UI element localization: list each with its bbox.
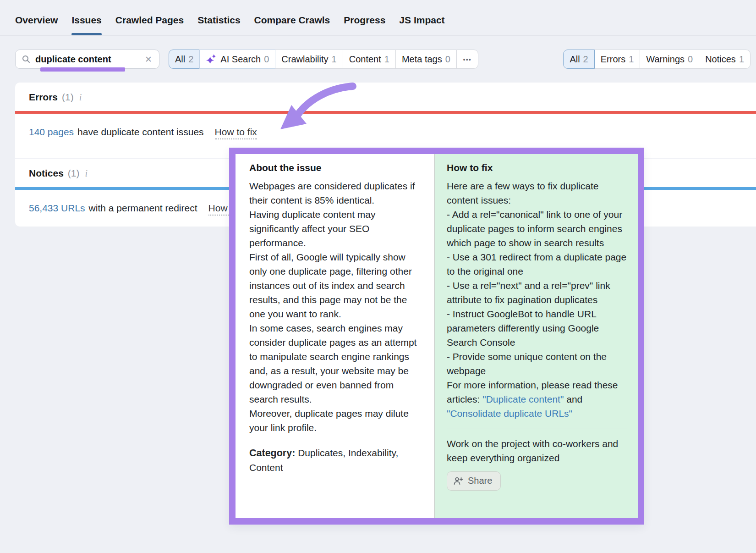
chip-label: Errors bbox=[601, 54, 625, 65]
filter-chip-all-categories[interactable]: All 2 bbox=[169, 50, 200, 69]
severity-filter-group: All 2 Errors 1 Warnings 0 Notices 1 bbox=[563, 50, 751, 69]
notices-header: Notices (1) i bbox=[29, 168, 88, 179]
add-person-icon bbox=[453, 476, 463, 486]
filter-chip-warnings[interactable]: Warnings 0 bbox=[640, 50, 699, 69]
chip-count: 1 bbox=[739, 54, 744, 65]
errors-count: (1) bbox=[62, 92, 74, 103]
about-the-issue-panel: About the issue Webpages are considered … bbox=[236, 154, 434, 518]
filter-chip-crawlability[interactable]: Crawlability 1 bbox=[275, 50, 343, 69]
search-value: duplicate content bbox=[35, 54, 144, 65]
tab-issues[interactable]: Issues bbox=[71, 15, 101, 35]
chip-label: All bbox=[570, 54, 580, 65]
chip-count: 2 bbox=[188, 54, 193, 65]
fix-text-line: - Provide some unique content on the web… bbox=[447, 349, 627, 378]
more-filters-button[interactable]: ••• bbox=[456, 50, 478, 69]
fix-text-line: - Instruct GoogleBot to handle URL param… bbox=[447, 307, 627, 349]
search-icon bbox=[22, 55, 31, 64]
search-annotation-underline bbox=[40, 67, 125, 72]
more-info-line: For more information, please read these … bbox=[447, 378, 627, 420]
duplicate-content-article-link[interactable]: "Duplicate content" bbox=[482, 394, 564, 404]
ellipsis-icon: ••• bbox=[463, 56, 471, 63]
clear-search-icon[interactable]: ✕ bbox=[144, 54, 153, 65]
about-text-line: First of all, Google will typically show… bbox=[249, 250, 425, 321]
chip-label: Notices bbox=[705, 54, 736, 65]
about-title: About the issue bbox=[249, 162, 425, 173]
fix-text-line: - Add a rel="canonical" link to one of y… bbox=[447, 207, 627, 250]
tab-js-impact[interactable]: JS Impact bbox=[399, 15, 444, 35]
fix-text-line: Here are a few ways to fix duplicate con… bbox=[447, 179, 627, 207]
consolidate-duplicate-urls-article-link[interactable]: "Consolidate duplicate URLs" bbox=[447, 408, 572, 419]
error-how-to-fix-link[interactable]: How to fix bbox=[215, 127, 257, 139]
error-issue-row: 140 pages have duplicate content issues … bbox=[29, 127, 257, 139]
chip-count: 1 bbox=[332, 54, 337, 65]
fix-panel-divider bbox=[447, 428, 627, 428]
notices-count: (1) bbox=[68, 168, 80, 179]
error-pages-link[interactable]: 140 pages bbox=[29, 127, 74, 138]
errors-severity-line bbox=[15, 111, 756, 114]
chip-count: 0 bbox=[688, 54, 693, 65]
filter-chip-notices[interactable]: Notices 1 bbox=[699, 50, 751, 69]
chip-label: AI Search bbox=[220, 54, 261, 65]
filter-chip-errors[interactable]: Errors 1 bbox=[594, 50, 641, 69]
tab-overview[interactable]: Overview bbox=[15, 15, 58, 35]
tab-statistics[interactable]: Statistics bbox=[197, 15, 240, 35]
category-label: Category: bbox=[249, 448, 295, 459]
share-label: Share bbox=[468, 476, 492, 486]
about-text-line: Webpages are considered duplicates if th… bbox=[249, 179, 425, 207]
chip-count: 0 bbox=[445, 54, 450, 65]
notice-issue-row: 56,433 URLs with a permanent redirect Ho… bbox=[29, 203, 251, 216]
about-text-line: In some cases, search engines may consid… bbox=[249, 321, 425, 406]
how-to-fix-panel: How to fix Here are a few ways to fix du… bbox=[434, 154, 638, 518]
error-issue-text: have duplicate content issues bbox=[77, 127, 204, 138]
fix-text-line: - Use a 301 redirect from a duplicate pa… bbox=[447, 250, 627, 278]
issue-tooltip-popup: About the issue Webpages are considered … bbox=[229, 148, 644, 525]
share-footer-text: Work on the project with co-workers and … bbox=[447, 437, 627, 465]
chip-label: Warnings bbox=[646, 54, 685, 65]
search-input[interactable]: duplicate content ✕ bbox=[15, 50, 159, 69]
info-icon[interactable]: i bbox=[78, 92, 82, 103]
errors-title: Errors bbox=[29, 92, 58, 103]
about-text-line: Moreover, duplicate pages may dilute you… bbox=[249, 406, 425, 435]
chip-count: 1 bbox=[629, 54, 634, 65]
annotation-arrow bbox=[254, 74, 373, 141]
how-to-fix-title: How to fix bbox=[447, 162, 627, 173]
filter-chip-ai-search[interactable]: AI Search 0 bbox=[199, 50, 275, 69]
about-text-line: Having duplicate content may significant… bbox=[249, 207, 425, 250]
errors-section: Errors (1) i 140 pages have duplicate co… bbox=[15, 83, 756, 158]
connector-text: and bbox=[564, 394, 582, 404]
tab-compare-crawls[interactable]: Compare Crawls bbox=[254, 15, 330, 35]
filter-chip-content[interactable]: Content 1 bbox=[343, 50, 396, 69]
filter-chip-meta-tags[interactable]: Meta tags 0 bbox=[395, 50, 457, 69]
sparkles-icon bbox=[206, 54, 217, 65]
filter-chip-all-severities[interactable]: All 2 bbox=[563, 50, 594, 69]
notice-issue-text: with a permanent redirect bbox=[89, 203, 197, 214]
notice-urls-link[interactable]: 56,433 URLs bbox=[29, 203, 85, 214]
category-row: Category: Duplicates, Indexability, Cont… bbox=[249, 446, 425, 475]
share-button[interactable]: Share bbox=[447, 471, 501, 491]
tab-progress[interactable]: Progress bbox=[344, 15, 385, 35]
chip-count: 1 bbox=[384, 54, 389, 65]
notices-title: Notices bbox=[29, 168, 64, 179]
chip-label: Meta tags bbox=[402, 54, 442, 65]
tab-crawled-pages[interactable]: Crawled Pages bbox=[115, 15, 184, 35]
category-filter-group: All 2 AI Search 0 Crawlability 1 Content… bbox=[169, 50, 478, 69]
chip-label: Crawlability bbox=[281, 54, 328, 65]
info-icon[interactable]: i bbox=[84, 168, 88, 179]
nav-divider bbox=[0, 35, 756, 36]
top-nav: Overview Issues Crawled Pages Statistics… bbox=[15, 15, 445, 35]
errors-header: Errors (1) i bbox=[29, 92, 82, 103]
chip-label: All bbox=[175, 54, 185, 65]
fix-text-line: - Use a rel="next" and a rel="prev" link… bbox=[447, 278, 627, 307]
chip-label: Content bbox=[349, 54, 381, 65]
chip-count: 0 bbox=[264, 54, 269, 65]
chip-count: 2 bbox=[583, 54, 588, 65]
